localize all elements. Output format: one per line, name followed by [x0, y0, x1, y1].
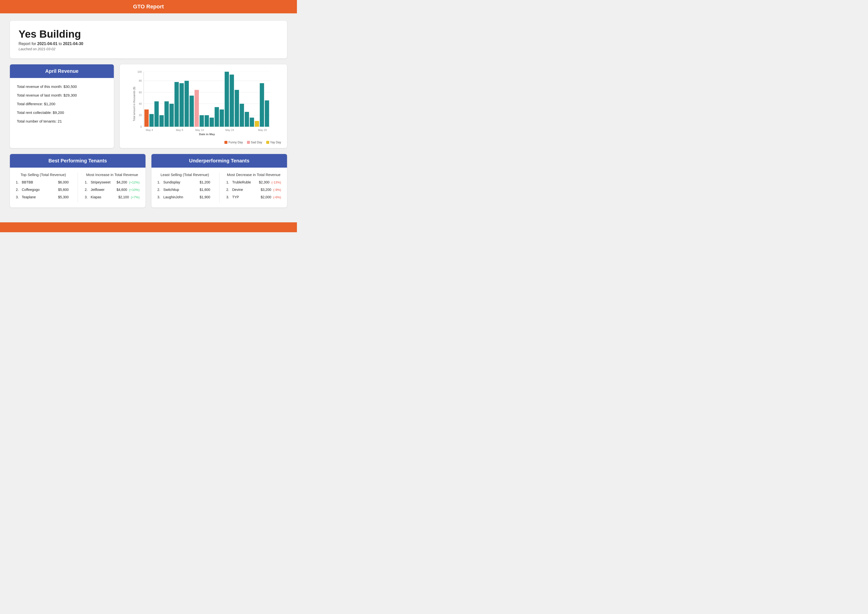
legend-sad-label: Sad Day: [251, 141, 262, 144]
table-row: 3. LaughinJohn $1,900: [157, 195, 212, 199]
rank-2-dec: 2.: [226, 188, 232, 192]
tenant-amount-sundisplay: $1,200: [200, 180, 210, 184]
legend-yay-dot: [266, 141, 269, 144]
building-card: Yes Building Report for 2021-04-01 to 20…: [10, 21, 287, 58]
tenant-amount-typ: $2,000: [260, 195, 271, 199]
table-row: 2. Coffeegogo $5,600: [16, 188, 71, 192]
table-row: 1. BBTBB $6,000: [16, 180, 71, 184]
most-decrease-header: Most Decrease in Total Revenue: [226, 173, 281, 177]
svg-text:May 9: May 9: [176, 129, 183, 132]
tenant-name-troubleruble: TrubleRuble: [232, 180, 259, 184]
table-row: 2. Jetflower $4,600 (+10%): [85, 188, 140, 192]
bar-11: [194, 90, 199, 127]
bar-3: [154, 101, 159, 126]
svg-text:Total amount in thousands ($): Total amount in thousands ($): [133, 87, 136, 121]
legend-funny-label: Funny Day: [228, 141, 243, 144]
page-header: GTO Report: [0, 0, 297, 13]
bar-21: [245, 112, 249, 127]
tenant-name-devine: Devine: [232, 188, 261, 192]
tenant-name-kiapas: Kiapas: [91, 195, 119, 199]
under-tenants-header: Underperforming Tenants: [152, 154, 287, 168]
tenant-change-devine: (-9%): [273, 188, 281, 192]
top-selling-header: Top Selling (Total Revenue): [16, 173, 71, 177]
svg-text:40: 40: [139, 102, 142, 105]
tenant-name-teaplane: Teaplane: [22, 195, 58, 199]
bar-4: [160, 115, 164, 126]
legend-yay-day: Yay Day: [266, 141, 281, 144]
bar-13: [205, 115, 209, 126]
tenant-name-laughinjohn: LaughinJohn: [163, 195, 200, 199]
table-row: 1. Stripeysweet $4,200 (+12%): [85, 180, 140, 184]
bottom-section: Best Performing Tenants Top Selling (Tot…: [10, 154, 287, 207]
tenant-change-kiapas: (+7%): [131, 195, 140, 199]
bar-19: [234, 90, 239, 127]
svg-text:60: 60: [139, 91, 142, 94]
tenant-amount-stripeysweet: $4,200: [116, 180, 127, 184]
rank-3-dec: 3.: [226, 195, 232, 199]
tenant-amount-troubleruble: $2,300: [259, 180, 270, 184]
main-content: Yes Building Report for 2021-04-01 to 20…: [0, 13, 297, 215]
bar-7: [174, 82, 179, 127]
legend-sad-dot: [247, 141, 250, 144]
page-title: GTO Report: [133, 3, 164, 10]
under-tenants-body: Least Selling (Total Revenue) 1. Sundisp…: [152, 168, 287, 207]
rank-3-ls: 3.: [157, 195, 163, 199]
svg-text:May 4: May 4: [146, 129, 153, 132]
tenant-name-jetflower: Jetflower: [91, 188, 116, 192]
table-row: 2. Devine $3,200 (-9%): [226, 188, 281, 192]
building-name: Yes Building: [19, 28, 278, 40]
bar-5: [164, 101, 169, 126]
best-tenants-body: Top Selling (Total Revenue) 1. BBTBB $6,…: [10, 168, 146, 207]
best-tenants-card: Best Performing Tenants Top Selling (Tot…: [10, 154, 146, 207]
best-tenants-header: Best Performing Tenants: [10, 154, 146, 168]
revenue-header: April Revenue: [10, 64, 114, 78]
rank-1: 1.: [16, 180, 22, 184]
table-row: 2. Switchitup $1,600: [157, 188, 212, 192]
col-divider-2: [219, 173, 220, 202]
chart-card: Total amount in thousands ($) 20 40 60: [120, 64, 287, 148]
tenant-amount-laughinjohn: $1,900: [200, 195, 210, 199]
svg-text:May 29: May 29: [258, 129, 267, 132]
bar-14: [209, 118, 214, 127]
bar-17: [225, 72, 229, 127]
revenue-body: Total revenue of this month: $30,500 Tot…: [10, 78, 114, 133]
tenant-amount-jetflower: $4,600: [116, 188, 127, 192]
revenue-item-2: Total revenue of last month: $29,300: [17, 93, 107, 98]
tenant-change-troubleruble: (-13%): [271, 180, 281, 184]
under-tenants-card: Underperforming Tenants Least Selling (T…: [152, 154, 287, 207]
tenant-name-sundisplay: Sundisplay: [163, 180, 200, 184]
rank-1-ls: 1.: [157, 180, 163, 184]
table-row: 3. Teaplane $5,300: [16, 195, 71, 199]
tenant-amount-coffeegogo: $5,600: [58, 188, 69, 192]
table-row: 3. Kiapas $2,100 (+7%): [85, 195, 140, 199]
svg-text:20: 20: [139, 113, 142, 117]
date-to: 2021-04-30: [63, 42, 84, 46]
top-selling-col: Top Selling (Total Revenue) 1. BBTBB $6,…: [16, 173, 71, 202]
rank-1-dec: 1.: [226, 180, 232, 184]
tenant-amount-bbtbb: $6,000: [58, 180, 69, 184]
bar-10: [189, 96, 194, 127]
bar-24: [260, 83, 264, 127]
bar-8: [180, 83, 184, 127]
bar-2: [149, 114, 153, 127]
svg-text:100: 100: [137, 70, 142, 73]
svg-text:80: 80: [139, 79, 142, 82]
bar-15: [214, 107, 219, 127]
rank-3-inc: 3.: [85, 195, 91, 199]
revenue-item-1: Total revenue of this month: $30,500: [17, 84, 107, 89]
tenant-amount-devine: $3,200: [260, 188, 271, 192]
bar-9: [184, 81, 189, 126]
least-selling-col: Least Selling (Total Revenue) 1. Sundisp…: [157, 173, 212, 202]
least-selling-header: Least Selling (Total Revenue): [157, 173, 212, 177]
tenant-amount-teaplane: $5,300: [58, 195, 69, 199]
revenue-item-5: Total number of tenants: 21: [17, 118, 107, 124]
rank-3: 3.: [16, 195, 22, 199]
tenant-name-stripeysweet: Stripeysweet: [91, 180, 116, 184]
table-row: 3. TYP $2,000 (-6%): [226, 195, 281, 199]
rank-2-inc: 2.: [85, 188, 91, 192]
building-report-date: Report for 2021-04-01 to 2021-04-30: [19, 42, 278, 46]
most-increase-header: Most Increase in Total Revenue: [85, 173, 140, 177]
tenant-change-typ: (-6%): [273, 195, 281, 199]
tenant-name-bbtbb: BBTBB: [22, 180, 58, 184]
middle-section: April Revenue Total revenue of this mont…: [10, 64, 287, 148]
